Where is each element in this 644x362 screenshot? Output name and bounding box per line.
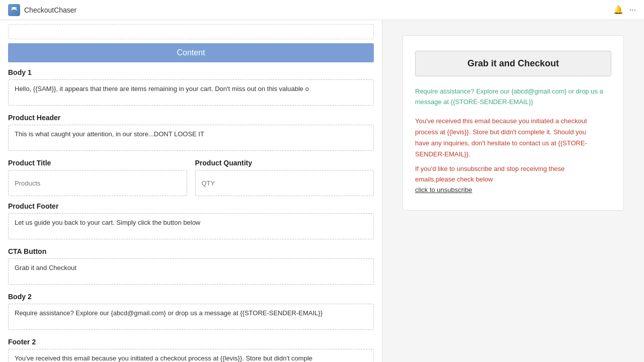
product-header-label: Product Header: [8, 114, 374, 122]
footer2-label: Footer 2: [8, 338, 374, 346]
top-dashed-section: [8, 24, 374, 39]
product-header-input[interactable]: This is what caught your attention, in o…: [8, 125, 374, 151]
product-quantity-label: Product Quantity: [195, 159, 374, 167]
product-title-input[interactable]: [8, 170, 187, 196]
footer1-preview-text: You've received this email because you i…: [415, 116, 611, 160]
right-panel: Grab it and Checkout Require assistance?…: [382, 20, 644, 362]
footer2-section: Footer 2 You've received this email beca…: [8, 338, 374, 362]
product-footer-section: Product Footer Let us guide you back to …: [8, 202, 374, 241]
product-row: Product Title Product Quantity: [8, 159, 374, 196]
topbar-left: CheckoutChaser: [8, 4, 76, 16]
footer2-preview-text: If you'd like to unsubscribe and stop re…: [415, 164, 611, 195]
cta-button-input[interactable]: Grab it and Checkout: [8, 258, 374, 285]
cta-button-label: CTA Button: [8, 247, 374, 255]
topbar: CheckoutChaser 🔔 ···: [0, 0, 644, 20]
product-footer-input[interactable]: Let us guide you back to your cart. Simp…: [8, 213, 374, 239]
body2-preview-text: Require assistance? Explore our {abcd@gm…: [415, 86, 611, 108]
checkout-button[interactable]: Grab it and Checkout: [415, 51, 611, 76]
left-panel: Content Body 1 Hello, {{SAM}}, it appear…: [0, 20, 382, 362]
product-header-section: Product Header This is what caught your …: [8, 114, 374, 153]
content-header-bar: Content: [8, 43, 374, 62]
email-preview-card: Grab it and Checkout Require assistance?…: [403, 35, 624, 211]
product-title-col: Product Title: [8, 159, 187, 196]
product-quantity-input[interactable]: [195, 170, 374, 196]
app-logo: [8, 4, 20, 16]
body1-section: Body 1 Hello, {{SAM}}, it appears that t…: [8, 68, 374, 108]
unsubscribe-link[interactable]: click to unsubscribe: [415, 186, 472, 194]
topbar-right: 🔔 ···: [613, 5, 636, 15]
body1-input[interactable]: Hello, {{SAM}}, it appears that there ar…: [8, 79, 374, 106]
body2-input[interactable]: Require assistance? Explore our {abcd@gm…: [8, 304, 374, 330]
body1-label: Body 1: [8, 68, 374, 76]
product-quantity-col: Product Quantity: [195, 159, 374, 196]
product-footer-label: Product Footer: [8, 202, 374, 210]
cta-button-section: CTA Button Grab it and Checkout: [8, 247, 374, 287]
body2-label: Body 2: [8, 293, 374, 301]
main-layout: Content Body 1 Hello, {{SAM}}, it appear…: [0, 20, 644, 362]
footer2-input[interactable]: You've received this email because you i…: [8, 349, 374, 362]
more-options-icon[interactable]: ···: [629, 6, 636, 15]
body2-section: Body 2 Require assistance? Explore our {…: [8, 293, 374, 332]
app-name: CheckoutChaser: [24, 6, 76, 14]
product-title-label: Product Title: [8, 159, 187, 167]
notification-icon[interactable]: 🔔: [613, 5, 623, 15]
